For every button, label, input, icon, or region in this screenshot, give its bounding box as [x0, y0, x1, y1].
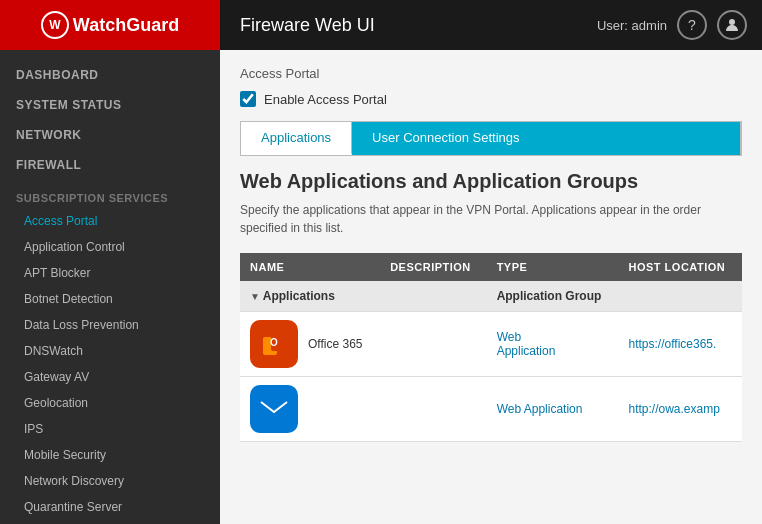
- sidebar-item-data-loss-prevention[interactable]: Data Loss Prevention: [0, 312, 220, 338]
- sidebar-item-ips[interactable]: IPS: [0, 416, 220, 442]
- owa-host: http://owa.examp: [629, 402, 720, 416]
- enable-access-portal-row: Enable Access Portal: [240, 91, 742, 107]
- sidebar-item-dashboard[interactable]: DASHBOARD: [0, 60, 220, 90]
- owa-type-cell: Web Application: [487, 377, 619, 442]
- owa-name-cell: [240, 377, 380, 442]
- group-description-cell: [380, 281, 487, 312]
- table-header-row: NAME DESCRIPTION TYPE HOST LOCATION: [240, 253, 742, 281]
- sidebar-item-dnswatch[interactable]: DNSWatch: [0, 338, 220, 364]
- svg-text:O: O: [270, 337, 278, 348]
- header: W WatchGuard Fireware Web UI User: admin…: [0, 0, 762, 50]
- main-layout: DASHBOARD SYSTEM STATUS NETWORK FIREWALL…: [0, 50, 762, 524]
- sidebar-item-firewall[interactable]: FIREWALL: [0, 150, 220, 180]
- group-name: Applications: [263, 289, 335, 303]
- svg-rect-4: [261, 400, 287, 418]
- sidebar: DASHBOARD SYSTEM STATUS NETWORK FIREWALL…: [0, 50, 220, 524]
- app-name-cell: O Office 365: [240, 312, 380, 377]
- header-right: User: admin ?: [597, 10, 762, 40]
- svg-point-0: [729, 19, 735, 25]
- enable-access-portal-checkbox[interactable]: [240, 91, 256, 107]
- office365-icon: O: [250, 320, 298, 368]
- user-profile-icon[interactable]: [717, 10, 747, 40]
- sidebar-item-application-control[interactable]: Application Control: [0, 234, 220, 260]
- logo-letter: W: [49, 18, 60, 32]
- owa-type: Web Application: [497, 402, 583, 416]
- col-description: DESCRIPTION: [380, 253, 487, 281]
- logo-name: WatchGuard: [73, 15, 179, 36]
- sidebar-item-access-portal[interactable]: Access Portal: [0, 208, 220, 234]
- app-title: Fireware Web UI: [220, 15, 597, 36]
- sidebar-item-geolocation[interactable]: Geolocation: [0, 390, 220, 416]
- group-type-cell: Application Group: [487, 281, 619, 312]
- page-description: Specify the applications that appear in …: [240, 201, 742, 237]
- logo-area: W WatchGuard: [0, 0, 220, 50]
- table-row: O Office 365 WebApplication https://offi…: [240, 312, 742, 377]
- user-label: User: admin: [597, 18, 667, 33]
- logo-circle: W: [41, 11, 69, 39]
- sidebar-item-quarantine-server[interactable]: Quarantine Server: [0, 494, 220, 520]
- sidebar-item-gateway-av[interactable]: Gateway AV: [0, 364, 220, 390]
- owa-host-cell: http://owa.examp: [619, 377, 743, 442]
- col-host-location: HOST LOCATION: [619, 253, 743, 281]
- help-icon[interactable]: ?: [677, 10, 707, 40]
- sidebar-item-system-status[interactable]: SYSTEM STATUS: [0, 90, 220, 120]
- page-desc-text: Specify the applications that appear in …: [240, 203, 701, 235]
- group-type: Application Group: [497, 289, 602, 303]
- group-name-cell: ▼ Applications: [240, 281, 380, 312]
- app-host: https://office365.: [629, 337, 717, 351]
- app-description-cell: [380, 312, 487, 377]
- owa-icon: [250, 385, 298, 433]
- app-type-cell: WebApplication: [487, 312, 619, 377]
- applications-table: NAME DESCRIPTION TYPE HOST LOCATION ▼ Ap…: [240, 253, 742, 442]
- app-host-cell: https://office365.: [619, 312, 743, 377]
- sidebar-item-apt-blocker[interactable]: APT Blocker: [0, 260, 220, 286]
- tab-user-connection-settings[interactable]: User Connection Settings: [352, 122, 741, 155]
- tab-bar: Applications User Connection Settings: [240, 121, 742, 156]
- sidebar-section-title: SUBSCRIPTION SERVICES: [0, 180, 220, 208]
- logo: W WatchGuard: [41, 11, 179, 39]
- sidebar-item-mobile-security[interactable]: Mobile Security: [0, 442, 220, 468]
- table-row: Web Application http://owa.examp: [240, 377, 742, 442]
- sidebar-item-reputation-enabled-defense[interactable]: Reputation Enabled Defense: [0, 520, 220, 524]
- group-host-cell: [619, 281, 743, 312]
- enable-access-portal-label: Enable Access Portal: [264, 92, 387, 107]
- owa-description-cell: [380, 377, 487, 442]
- col-type: TYPE: [487, 253, 619, 281]
- table-row: ▼ Applications Application Group: [240, 281, 742, 312]
- content-area: Access Portal Enable Access Portal Appli…: [220, 50, 762, 524]
- sidebar-item-botnet-detection[interactable]: Botnet Detection: [0, 286, 220, 312]
- tab-applications[interactable]: Applications: [241, 122, 352, 155]
- page-heading: Web Applications and Application Groups: [240, 170, 742, 193]
- col-name: NAME: [240, 253, 380, 281]
- section-title: Access Portal: [240, 66, 742, 81]
- expand-icon[interactable]: ▼: [250, 291, 260, 302]
- sidebar-item-network-discovery[interactable]: Network Discovery: [0, 468, 220, 494]
- app-name: Office 365: [308, 337, 362, 351]
- sidebar-item-network[interactable]: NETWORK: [0, 120, 220, 150]
- app-type: WebApplication: [497, 330, 556, 358]
